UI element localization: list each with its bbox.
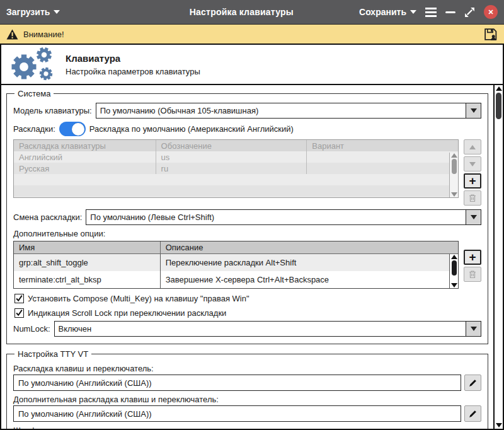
scroll-thumb[interactable]: [452, 260, 457, 276]
scrolllock-checkbox-row[interactable]: Индикация Scroll Lock при переключении р…: [14, 308, 481, 318]
column-header: Вариант: [307, 140, 458, 151]
cell-layout-code: ru: [156, 163, 307, 174]
close-button[interactable]: ✕: [484, 5, 498, 19]
page-title: Клавиатура: [66, 53, 200, 64]
cell-layout-name: Русская: [14, 163, 156, 174]
scrolllock-checkbox-label[interactable]: Индикация Scroll Lock при переключении р…: [28, 308, 226, 318]
maximize-icon: [464, 7, 475, 18]
options-table: Имя Описание grp:alt_shift_toggle Перекл…: [13, 241, 459, 289]
system-group-legend: Система: [14, 89, 54, 98]
layouts-table-header: Раскладка клавиатуры Обозначение Вариант: [14, 140, 458, 151]
scroll-thumb[interactable]: [452, 159, 457, 174]
save-file-icon: [483, 27, 498, 42]
tty-layout-value: По умолчанию (Английский (США)): [18, 378, 152, 388]
cell-option-name: terminate:ctrl_alt_bksp: [14, 271, 161, 288]
layout-add-button[interactable]: +: [464, 173, 481, 189]
tty-group-legend: Настройка TTY VT: [14, 349, 91, 359]
layouts-table-buttons: +: [464, 139, 481, 206]
compose-checkbox-row[interactable]: Установить Compose (Multi_Key) на клавиш…: [14, 294, 481, 303]
options-table-section: Имя Описание grp:alt_shift_toggle Перекл…: [13, 241, 481, 289]
tty-layout-edit-button[interactable]: [464, 375, 481, 391]
cell-layout-variant: [307, 163, 458, 174]
pencil-icon: [468, 409, 478, 419]
option-add-button[interactable]: +: [464, 250, 481, 265]
pencil-icon: [468, 378, 478, 388]
layouts-table-scrollbar[interactable]: [449, 153, 458, 197]
scroll-up-icon: [451, 153, 457, 158]
triangle-up-icon: [469, 145, 476, 149]
tty-alt-layout-row: По умолчанию (Английский (США)): [13, 405, 481, 422]
table-row: Русская ru: [14, 163, 458, 174]
table-row[interactable]: grp:alt_shift_toggle Переключение раскла…: [14, 254, 458, 271]
keyboard-model-dropdown-button[interactable]: [466, 103, 481, 118]
cell-layout-code: us: [156, 151, 307, 163]
scroll-up-icon[interactable]: [496, 86, 502, 91]
numlock-select[interactable]: Включен: [54, 321, 481, 337]
tty-font-label: Шрифт:: [13, 426, 42, 429]
tty-layout-label: Раскладка клавиш и переключатель:: [13, 364, 154, 373]
system-group: Система Модель клавиатуры: По умолчанию …: [6, 89, 488, 344]
default-layout-toggle-text: Раскладка по умолчанию (Американский Анг…: [89, 124, 294, 134]
chevron-down-icon: [410, 10, 416, 14]
numlock-label: NumLock:: [13, 324, 50, 334]
tty-layout-row: По умолчанию (Английский (США)): [13, 375, 481, 391]
save-menu-button[interactable]: Сохранить: [359, 7, 416, 17]
scrolllock-checkbox[interactable]: [14, 308, 24, 318]
minimize-button[interactable]: [445, 11, 455, 13]
table-row[interactable]: terminate:ctrl_alt_bksp Завершение X-сер…: [14, 271, 458, 288]
layouts-table-section: Раскладка клавиатуры Обозначение Вариант…: [13, 139, 481, 206]
options-table-header: Имя Описание: [14, 241, 458, 254]
maximize-button[interactable]: [464, 7, 475, 18]
checkmark-icon: [15, 294, 23, 303]
hamburger-icon: [425, 11, 437, 13]
scroll-up-icon: [451, 255, 457, 259]
layout-switch-dropdown-button[interactable]: [466, 210, 481, 224]
content-area: Система Модель клавиатуры: По умолчанию …: [1, 85, 503, 429]
layout-delete-button[interactable]: [464, 190, 481, 206]
cell-layout-name: Английский: [14, 151, 156, 163]
numlock-value: Включен: [55, 322, 466, 336]
keyboard-model-label: Модель клавиатуры:: [13, 106, 92, 115]
toggle-knob-icon: [72, 123, 84, 136]
numlock-dropdown-button[interactable]: [466, 322, 481, 336]
scroll-area: Система Модель клавиатуры: По умолчанию …: [1, 85, 493, 429]
vertical-scrollbar[interactable]: [493, 85, 503, 429]
default-layout-toggle[interactable]: [59, 122, 86, 136]
scroll-down-icon[interactable]: [496, 423, 502, 427]
column-header: Раскладка клавиатуры: [14, 140, 156, 151]
layout-move-up-button[interactable]: [464, 139, 481, 154]
layout-move-down-button[interactable]: [464, 156, 481, 171]
cell-layout-variant: [307, 151, 458, 163]
layout-switch-value: По умолчанию (Левые Ctrl+Shift): [86, 210, 466, 224]
scroll-thumb[interactable]: [496, 93, 501, 119]
options-table-scrollbar[interactable]: [449, 254, 458, 288]
column-header: Описание: [161, 241, 458, 254]
save-file-button[interactable]: [483, 27, 498, 42]
warning-icon: [6, 29, 18, 40]
keyboard-settings-window: Загрузить Настройка клавиатуры Сохранить: [0, 0, 504, 430]
chevron-down-icon: [471, 327, 477, 331]
tty-alt-layout-field[interactable]: По умолчанию (Английский (США)): [13, 405, 461, 422]
column-header: Обозначение: [156, 140, 307, 151]
tty-alt-layout-label: Дополнительная раскладка клавиш и перекл…: [13, 395, 219, 404]
table-row: Английский us: [14, 151, 458, 163]
load-menu-button[interactable]: Загрузить: [6, 7, 60, 17]
tty-group: Настройка TTY VT Раскладка клавиш и пере…: [6, 349, 488, 429]
keyboard-model-row: Модель клавиатуры: По умолчанию (Обычная…: [13, 103, 481, 119]
scroll-down-icon: [451, 192, 457, 197]
compose-checkbox[interactable]: [14, 294, 24, 303]
layout-switch-label: Смена раскладки:: [13, 212, 82, 222]
cell-option-name: grp:alt_shift_toggle: [14, 254, 161, 271]
layout-switch-select[interactable]: По умолчанию (Левые Ctrl+Shift): [86, 209, 481, 225]
keyboard-model-select[interactable]: По умолчанию (Обычная 105-клавишная): [96, 103, 481, 119]
option-delete-button[interactable]: [464, 267, 481, 282]
empty-rows-filler: [14, 174, 458, 197]
scroll-down-icon: [451, 283, 457, 288]
minimize-icon: [445, 11, 455, 13]
tty-layout-field[interactable]: По умолчанию (Английский (США)): [13, 375, 461, 391]
trash-icon: [468, 194, 477, 202]
titlebar: Загрузить Настройка клавиатуры Сохранить: [0, 0, 504, 24]
tty-alt-layout-edit-button[interactable]: [464, 405, 481, 422]
main-menu-button[interactable]: [425, 11, 437, 13]
compose-checkbox-label[interactable]: Установить Compose (Multi_Key) на клавиш…: [28, 294, 249, 303]
